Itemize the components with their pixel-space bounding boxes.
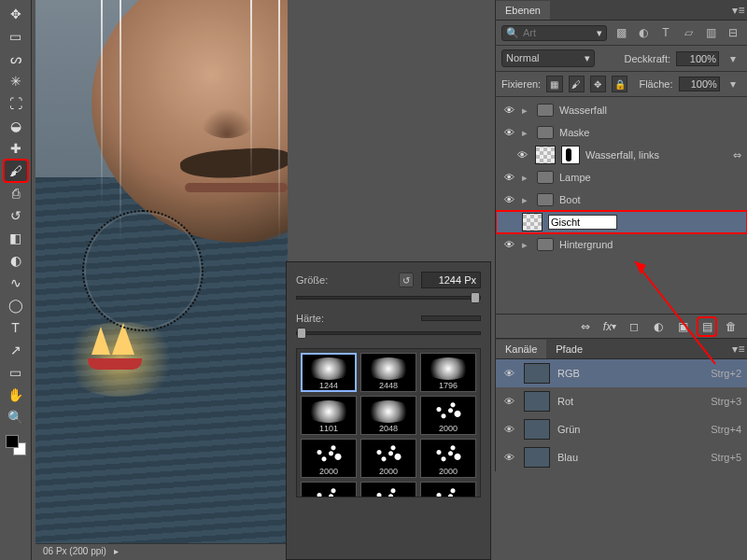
heal-tool[interactable]: ✚ bbox=[5, 138, 27, 159]
brush-preset[interactable]: 2000 bbox=[301, 439, 357, 478]
crop-tool[interactable]: ⛶ bbox=[5, 93, 27, 114]
layer-row[interactable]: 👁▸Hintergrund bbox=[496, 233, 747, 256]
filter-toggle-icon[interactable]: ⊟ bbox=[725, 24, 741, 41]
visibility-icon[interactable]: 👁 bbox=[501, 194, 516, 205]
brush-preset[interactable]: 2048 bbox=[360, 396, 416, 435]
layer-fx-icon[interactable]: fx▾ bbox=[601, 318, 618, 335]
history-brush-tool[interactable]: ↺ bbox=[5, 205, 27, 226]
eyedropper-tool[interactable]: ◒ bbox=[5, 116, 27, 136]
visibility-icon[interactable]: 👁 bbox=[501, 396, 516, 407]
layers-footer: ⇔ fx▾ ◻ ◐ ▣ ▤ 🗑 bbox=[496, 314, 747, 338]
layer-name-input[interactable] bbox=[548, 215, 617, 230]
visibility-icon[interactable]: 👁 bbox=[501, 105, 516, 116]
shape-tool[interactable]: ▭ bbox=[5, 362, 27, 383]
type-tool[interactable]: T bbox=[5, 317, 27, 338]
hardness-value[interactable] bbox=[421, 315, 481, 321]
brush-preset[interactable]: 2000 bbox=[420, 396, 476, 435]
delete-layer-icon[interactable]: 🗑 bbox=[723, 318, 740, 335]
layer-row[interactable]: 👁▸Lampe bbox=[496, 166, 747, 189]
lock-pixels-icon[interactable]: 🖌 bbox=[569, 76, 585, 92]
filter-kind-input[interactable] bbox=[523, 27, 593, 38]
filter-smart-icon[interactable]: ▥ bbox=[702, 24, 719, 41]
visibility-icon[interactable]: 👁 bbox=[501, 127, 516, 138]
layer-group-icon[interactable]: ▣ bbox=[674, 318, 691, 335]
dodge-tool[interactable]: ◯ bbox=[5, 295, 27, 315]
channel-row[interactable]: 👁RotStrg+3 bbox=[496, 387, 747, 415]
layer-row[interactable] bbox=[496, 211, 747, 233]
stamp-tool[interactable]: ⎙ bbox=[5, 183, 27, 203]
link-layers-icon[interactable]: ⇔ bbox=[577, 318, 594, 335]
adjustment-layer-icon[interactable]: ◐ bbox=[650, 318, 667, 335]
brush-preset-grid[interactable]: 1244244817961101204820002000200020002000… bbox=[296, 348, 481, 497]
zoom-tool[interactable]: 🔍 bbox=[5, 407, 27, 427]
blend-mode-select[interactable]: Normal▾ bbox=[501, 49, 595, 67]
visibility-icon[interactable]: 👁 bbox=[501, 172, 516, 183]
layer-name: Wasserfall, links bbox=[585, 149, 659, 161]
brush-preset[interactable]: 2000 bbox=[301, 482, 357, 497]
layer-row[interactable]: 👁▸Maske bbox=[496, 121, 747, 144]
new-layer-icon[interactable]: ▤ bbox=[698, 318, 715, 335]
chevron-down-icon[interactable]: ▾ bbox=[726, 76, 741, 92]
layers-tab[interactable]: Ebenen bbox=[496, 1, 550, 20]
visibility-icon[interactable]: 👁 bbox=[501, 452, 516, 463]
visibility-icon[interactable]: 👁 bbox=[501, 424, 516, 435]
visibility-icon[interactable]: 👁 bbox=[501, 239, 516, 250]
reset-size-button[interactable]: ↺ bbox=[399, 273, 414, 287]
fill-value[interactable]: 100% bbox=[679, 77, 720, 91]
layer-filter-search[interactable]: 🔍 ▾ bbox=[501, 25, 607, 41]
brush-preset[interactable]: 2448 bbox=[360, 353, 416, 392]
brush-tool[interactable]: 🖌 bbox=[5, 161, 27, 181]
channel-row[interactable]: 👁BlauStrg+5 bbox=[496, 443, 747, 471]
marquee-tool[interactable]: ▭ bbox=[5, 26, 27, 47]
layer-row[interactable]: 👁▸Wasserfall bbox=[496, 99, 747, 121]
blur-tool[interactable]: ∿ bbox=[5, 273, 27, 293]
eraser-tool[interactable]: ◧ bbox=[5, 228, 27, 248]
brush-preset[interactable]: 2000 bbox=[420, 439, 476, 478]
hardness-slider[interactable] bbox=[296, 331, 481, 335]
disclosure-icon[interactable]: ▸ bbox=[522, 194, 531, 206]
brush-preset[interactable]: 2000 bbox=[420, 482, 476, 497]
layer-row[interactable]: 👁▸Boot bbox=[496, 189, 747, 211]
lasso-tool[interactable]: ᔕ bbox=[5, 49, 27, 69]
disclosure-icon[interactable]: ▸ bbox=[522, 239, 531, 251]
lock-transparency-icon[interactable]: ▦ bbox=[546, 76, 562, 92]
panel-menu-icon[interactable]: ▾≡ bbox=[730, 2, 747, 19]
path-tool[interactable]: ↗ bbox=[5, 340, 27, 360]
disclosure-icon[interactable]: ▸ bbox=[522, 172, 531, 184]
gradient-tool[interactable]: ◐ bbox=[5, 250, 27, 271]
size-slider[interactable] bbox=[296, 296, 481, 300]
channel-row[interactable]: 👁GrünStrg+4 bbox=[496, 415, 747, 443]
wand-tool[interactable]: ✳ bbox=[5, 71, 27, 91]
disclosure-icon[interactable]: ▸ bbox=[522, 127, 531, 139]
filter-shape-icon[interactable]: ▱ bbox=[680, 24, 697, 41]
brush-preset[interactable]: 1101 bbox=[301, 396, 357, 435]
move-tool[interactable]: ✥ bbox=[5, 4, 27, 24]
brush-preset[interactable]: 2000 bbox=[360, 482, 416, 497]
lock-all-icon[interactable]: 🔒 bbox=[612, 76, 627, 92]
size-value[interactable]: 1244 Px bbox=[421, 272, 481, 288]
canvas[interactable]: 06 Px (200 ppi) ▸ bbox=[35, 0, 288, 560]
visibility-icon[interactable]: 👁 bbox=[514, 149, 529, 161]
color-swatch[interactable] bbox=[6, 435, 26, 455]
panel-menu-icon[interactable]: ▾≡ bbox=[730, 341, 747, 357]
hand-tool[interactable]: ✋ bbox=[5, 385, 27, 405]
brush-preset[interactable]: 2000 bbox=[360, 439, 416, 478]
channels-tab[interactable]: Kanäle bbox=[496, 340, 546, 358]
channel-row[interactable]: 👁RGBStrg+2 bbox=[496, 359, 747, 387]
chevron-down-icon[interactable]: ▾ bbox=[725, 50, 741, 67]
filter-type-icon[interactable]: T bbox=[657, 24, 674, 41]
opacity-value[interactable]: 100% bbox=[676, 51, 719, 66]
visibility-icon[interactable]: 👁 bbox=[501, 368, 516, 379]
search-icon: 🔍 bbox=[506, 27, 519, 39]
filter-adjust-icon[interactable]: ◐ bbox=[635, 24, 652, 41]
brush-preset[interactable]: 1796 bbox=[420, 353, 476, 392]
link-icon[interactable]: ⇔ bbox=[733, 149, 741, 161]
brush-preset[interactable]: 1244 bbox=[301, 353, 357, 392]
paths-tab[interactable]: Pfade bbox=[546, 340, 592, 358]
filter-image-icon[interactable]: ▩ bbox=[613, 24, 629, 41]
channel-thumb bbox=[524, 363, 550, 384]
layer-mask-icon[interactable]: ◻ bbox=[626, 318, 642, 335]
lock-position-icon[interactable]: ✥ bbox=[590, 76, 606, 92]
disclosure-icon[interactable]: ▸ bbox=[522, 105, 531, 117]
layer-row[interactable]: 👁Wasserfall, links⇔ bbox=[496, 144, 747, 166]
